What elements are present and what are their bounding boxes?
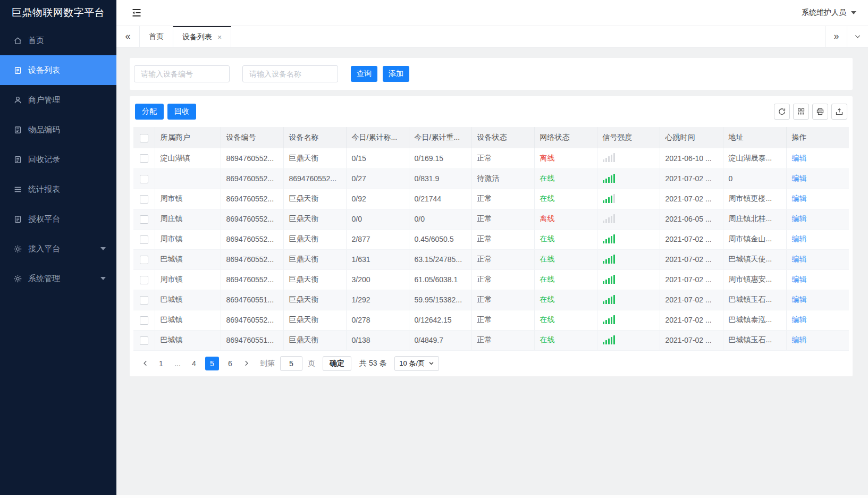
sidebar-item-系统管理[interactable]: 系统管理 [0,264,116,293]
cell-heartbeat: 2021-06-10 ... [660,148,723,168]
cell-action: 编辑 [786,168,849,189]
columns-icon[interactable] [793,104,809,120]
cell-device-name: 巨鼎天衡 [283,189,346,209]
signal-strength-bars [603,234,615,243]
gear-icon [13,244,22,254]
cell-device-no: 8694760552... [221,269,283,290]
edit-link[interactable]: 编辑 [792,255,807,263]
row-checkbox[interactable] [140,195,148,204]
assign-button[interactable]: 分配 [135,104,164,120]
tab-home[interactable]: 首页 [139,26,173,47]
device-no-input[interactable] [134,65,230,82]
edit-link[interactable]: 编辑 [792,214,807,223]
column-header: 操作 [786,127,849,148]
cell-today-weight: 0/21744 [409,189,471,209]
row-checkbox[interactable] [140,276,148,284]
tabs-dropdown-button[interactable] [847,26,868,47]
cell-merchant: 巴城镇 [155,330,221,350]
sidebar-item-label: 授权平台 [28,214,60,224]
goto-confirm-button[interactable]: 确定 [323,356,351,371]
sidebar-item-物品编码[interactable]: 物品编码 [0,115,116,145]
goto-page-input[interactable] [280,356,302,371]
page-number-list: 1...456 [152,357,239,370]
prev-page-button[interactable] [138,357,152,370]
signal-strength-bars [603,335,615,344]
edit-link[interactable]: 编辑 [792,315,807,324]
device-table: 所属商户设备编号设备名称今日/累计称...今日/累计重...设备状态网络状态信号… [133,127,849,351]
cell-device-status: 正常 [471,269,534,290]
select-all-checkbox[interactable] [140,134,148,142]
refresh-icon[interactable] [774,104,790,120]
page-number-5[interactable]: 5 [205,357,219,370]
tabs-scroll-right-button[interactable]: » [825,26,847,47]
sidebar-item-授权平台[interactable]: 授权平台 [0,204,116,234]
signal-strength-bars [603,214,615,223]
column-header: 设备状态 [471,127,534,148]
table-row: 周市镇8694760552...巨鼎天衡2/8770.45/6050.5正常在线… [133,229,849,249]
row-checkbox[interactable] [140,154,148,163]
row-checkbox[interactable] [140,235,148,244]
row-checkbox[interactable] [140,175,148,183]
cell-address: 巴城镇玉石... [723,330,786,350]
cell-action: 编辑 [786,330,849,350]
print-icon[interactable] [812,104,828,120]
page-size-select[interactable]: 10 条/页 [394,356,439,371]
row-checkbox[interactable] [140,316,148,325]
cell-merchant: 周市镇 [155,189,221,209]
row-checkbox[interactable] [140,215,148,224]
cell-heartbeat: 2021-06-05 ... [660,209,723,229]
cell-device-no: 8694760552... [221,168,283,189]
page-number-6[interactable]: 6 [223,357,237,370]
sidebar-item-设备列表[interactable]: 设备列表 [0,55,116,85]
cell-heartbeat: 2021-07-02 ... [660,290,723,310]
row-checkbox[interactable] [140,256,148,264]
sidebar-item-接入平台[interactable]: 接入平台 [0,234,116,264]
column-header: 设备名称 [283,127,346,148]
add-button[interactable]: 添加 [383,66,409,82]
cell-signal [597,168,660,189]
app-title: 巨鼎物联网数字平台 [0,0,116,26]
cell-today-count: 0/27 [346,168,409,189]
edit-link[interactable]: 编辑 [792,295,807,303]
cell-today-weight: 0/4849.7 [409,330,471,350]
recycle-button[interactable]: 回收 [167,104,196,120]
query-button[interactable]: 查询 [351,66,377,82]
user-menu[interactable]: 系统维护人员 [802,8,856,18]
page-number-1[interactable]: 1 [154,357,168,370]
cell-today-weight: 63.15/24785... [409,249,471,269]
device-name-input[interactable] [242,65,338,82]
edit-link[interactable]: 编辑 [792,194,807,202]
table-row: 8694760552...8694760552...0/270/831.9待激活… [133,168,849,189]
next-page-button[interactable] [239,357,253,370]
cell-signal [597,148,660,168]
tab-bar: « 首页 设备列表 × » [116,26,868,47]
sidebar-item-统计报表[interactable]: 统计报表 [0,174,116,204]
signal-strength-bars [603,193,615,203]
page-number-4[interactable]: 4 [187,357,201,370]
cell-network-status: 在线 [534,249,597,269]
close-icon[interactable]: × [217,33,222,41]
row-checkbox[interactable] [140,296,148,305]
sidebar-item-label: 设备列表 [28,65,60,75]
edit-link[interactable]: 编辑 [792,335,807,344]
edit-link[interactable]: 编辑 [792,275,807,283]
sidebar-item-回收记录[interactable]: 回收记录 [0,145,116,174]
cell-device-status: 正常 [471,209,534,229]
doc-icon [13,125,22,134]
tabs-scroll-left-button[interactable]: « [116,26,140,47]
cell-device-status: 正常 [471,229,534,249]
cell-network-status: 在线 [534,269,597,290]
sidebar-fold-icon[interactable] [131,7,142,18]
row-checkbox[interactable] [140,336,148,345]
sidebar-item-首页[interactable]: 首页 [0,26,116,55]
table-row: 巴城镇8694760551...巨鼎天衡1/29259.95/15382...正… [133,290,849,310]
tab-device-list[interactable]: 设备列表 × [173,26,231,47]
sidebar-item-商户管理[interactable]: 商户管理 [0,85,116,115]
edit-link[interactable]: 编辑 [792,234,807,243]
edit-link[interactable]: 编辑 [792,154,807,162]
edit-link[interactable]: 编辑 [792,174,807,182]
content-area: 查询 添加 分配 回收 [116,48,868,498]
export-icon[interactable] [831,104,847,120]
signal-strength-bars [603,153,615,162]
gear-icon [13,274,22,283]
